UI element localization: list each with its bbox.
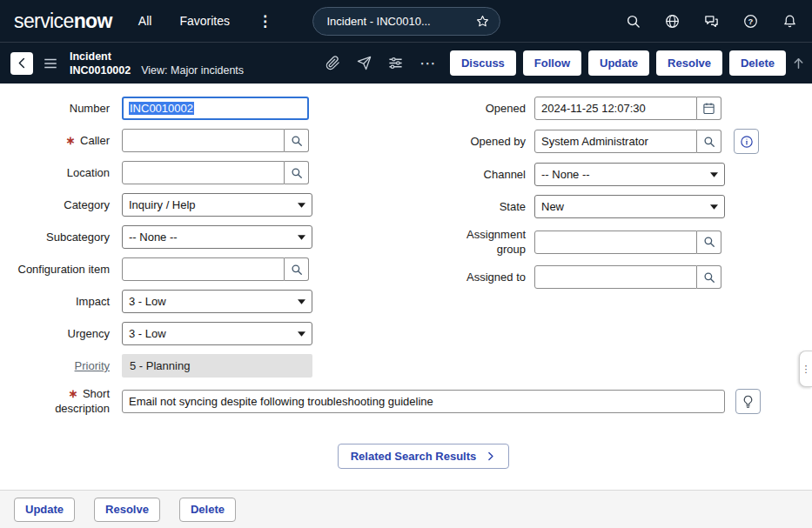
update-button[interactable]: Update: [588, 50, 649, 76]
caller-label: ∗ Caller: [14, 133, 110, 148]
field-row-category: Category Inquiry / Help: [14, 193, 312, 217]
svg-text:?: ?: [748, 16, 753, 25]
nav-all[interactable]: All: [138, 14, 152, 28]
delete-button[interactable]: Delete: [729, 50, 786, 76]
logo-text-service: service: [14, 10, 74, 32]
configuration-item-label: Configuration item: [14, 262, 110, 277]
field-row-location: Location: [14, 161, 312, 184]
assigned-to-input[interactable]: [534, 265, 697, 289]
lookup-icon: [703, 136, 715, 148]
resolve-button[interactable]: Resolve: [656, 50, 722, 76]
attachment-button[interactable]: [325, 56, 340, 70]
category-select[interactable]: Inquiry / Help: [122, 193, 312, 217]
caller-input[interactable]: [122, 129, 285, 152]
personalize-form-button[interactable]: [388, 56, 403, 70]
assigned-to-lookup-button[interactable]: [697, 265, 721, 289]
short-description-suggestion-button[interactable]: [735, 389, 761, 414]
lookup-icon: [703, 271, 715, 284]
more-options-icon[interactable]: ⋯: [419, 55, 436, 71]
record-toolbar: ⋯: [325, 55, 436, 71]
subcategory-label: Subcategory: [14, 230, 110, 244]
context-menu-icon[interactable]: [43, 56, 58, 71]
short-description-label: ∗ Short description: [14, 386, 110, 416]
footer-resolve-button[interactable]: Resolve: [94, 498, 160, 522]
related-search-results-button[interactable]: Related Search Results: [338, 444, 510, 469]
lookup-icon: [291, 264, 303, 276]
lookup-icon: [291, 135, 303, 147]
kebab-icon: ⋮: [802, 364, 811, 375]
scroll-up-icon[interactable]: [792, 57, 805, 70]
globe-button[interactable]: [663, 12, 681, 30]
assignment-group-lookup-button[interactable]: [697, 231, 721, 254]
urgency-select[interactable]: 3 - Low: [122, 322, 312, 345]
assignment-group-input[interactable]: [534, 231, 697, 254]
help-button[interactable]: ?: [742, 12, 759, 30]
opened-input[interactable]: [534, 97, 697, 120]
category-label: Category: [14, 197, 110, 212]
opened-by-input[interactable]: [534, 130, 697, 153]
top-navigation: servicenow All Favorites ⋮ Incident - IN…: [0, 0, 812, 42]
number-label: Number: [14, 101, 110, 116]
record-title-block: Incident INC0010002 View: Major incident…: [70, 50, 244, 76]
back-icon: [16, 57, 29, 70]
view-label[interactable]: View: Major incidents: [141, 64, 244, 77]
location-input[interactable]: [122, 161, 285, 184]
record-type: Incident: [70, 50, 244, 63]
help-icon: ?: [743, 14, 758, 29]
configuration-item-input[interactable]: [122, 257, 285, 281]
impact-label: Impact: [14, 294, 110, 309]
incident-form: Number INC0010002 ∗ Caller Locat: [0, 84, 812, 490]
field-row-caller: ∗ Caller: [14, 129, 312, 152]
side-panel-handle[interactable]: ⋮: [799, 351, 812, 387]
footer-update-button[interactable]: Update: [14, 498, 75, 522]
opened-by-lookup-button[interactable]: [697, 130, 721, 153]
record-actions: Discuss Follow Update Resolve Delete: [450, 50, 786, 76]
back-button[interactable]: [10, 52, 33, 75]
assigned-to-label: Assigned to: [447, 270, 526, 284]
channel-select[interactable]: -- None --: [534, 163, 725, 186]
field-row-opened-by: Opened by: [447, 129, 759, 154]
globe-icon: [665, 14, 680, 29]
more-menus-icon[interactable]: ⋮: [258, 14, 272, 29]
opened-calendar-button[interactable]: [697, 97, 721, 120]
location-lookup-button[interactable]: [285, 161, 309, 184]
short-description-input[interactable]: [122, 390, 725, 413]
subcategory-select[interactable]: -- None --: [122, 225, 312, 249]
record-header: Incident INC0010002 View: Major incident…: [0, 42, 812, 84]
incident-tab[interactable]: Incident - INC0010...: [312, 7, 500, 36]
state-select[interactable]: New: [534, 195, 725, 218]
field-row-urgency: Urgency 3 - Low: [14, 322, 312, 345]
channel-label: Channel: [447, 167, 526, 182]
menu-icon: [43, 56, 58, 71]
field-row-opened: Opened: [447, 97, 759, 120]
chat-button[interactable]: [702, 12, 720, 30]
impact-select[interactable]: 3 - Low: [122, 290, 312, 313]
number-input[interactable]: INC0010002: [122, 97, 309, 120]
footer-delete-button[interactable]: Delete: [179, 498, 236, 522]
priority-value: 5 - Planning: [122, 354, 312, 378]
related-search-wrap: Related Search Results: [122, 444, 725, 469]
search-icon: [626, 14, 641, 29]
opened-by-preview-button[interactable]: [734, 129, 759, 154]
bell-icon: [782, 14, 797, 29]
notifications-button[interactable]: [781, 12, 798, 30]
logo-text-now: now: [74, 10, 112, 32]
nav-favorites[interactable]: Favorites: [179, 14, 230, 28]
servicenow-logo[interactable]: servicenow: [14, 10, 112, 33]
configuration-item-lookup-button[interactable]: [285, 257, 309, 281]
discuss-button[interactable]: Discuss: [450, 50, 516, 76]
incident-tab-label: Incident - INC0010...: [327, 15, 469, 28]
caller-lookup-button[interactable]: [285, 129, 309, 152]
activity-stream-button[interactable]: [357, 56, 372, 70]
field-row-configuration-item: Configuration item: [14, 257, 312, 281]
search-button[interactable]: [624, 12, 641, 30]
favorite-star-icon[interactable]: [476, 15, 489, 28]
field-row-number: Number INC0010002: [14, 97, 312, 120]
field-row-channel: Channel -- None --: [447, 163, 759, 186]
attachment-icon: [325, 56, 340, 70]
number-selected-text: INC0010002: [129, 102, 194, 115]
info-icon: [740, 135, 754, 149]
field-row-impact: Impact 3 - Low: [14, 290, 312, 313]
form-footer: Update Resolve Delete: [0, 490, 812, 528]
follow-button[interactable]: Follow: [523, 50, 581, 76]
